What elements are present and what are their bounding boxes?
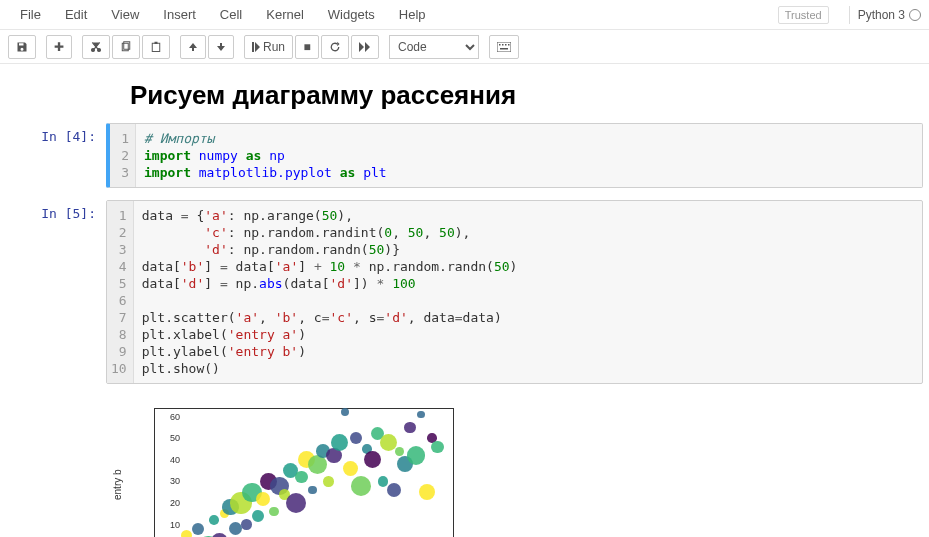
ytick-label: 60 [152, 412, 180, 422]
arrow-down-icon [216, 42, 226, 52]
toolbar: ✚ Run ■ Code [0, 30, 929, 64]
chart-point [286, 493, 307, 514]
save-icon [16, 41, 28, 53]
svg-rect-2 [152, 43, 160, 51]
chart-point [395, 447, 404, 456]
svg-rect-9 [500, 48, 508, 50]
menubar: File Edit View Insert Cell Kernel Widget… [0, 0, 929, 30]
code-content[interactable]: # Импорты import numpy as np import matp… [136, 124, 922, 187]
scatter-chart: entry b entry a -20-10010203040506001020… [106, 400, 486, 537]
input-prompt: In [4]: [6, 123, 106, 188]
menu-widgets[interactable]: Widgets [316, 3, 387, 26]
line-gutter: 1 2 3 [110, 124, 136, 187]
run-icon [252, 42, 260, 52]
run-button[interactable]: Run [244, 35, 293, 59]
chart-point [407, 446, 426, 465]
move-down-button[interactable] [208, 35, 234, 59]
kernel-status-icon [909, 9, 921, 21]
menu-cell[interactable]: Cell [208, 3, 254, 26]
output-prompt [6, 396, 106, 537]
copy-icon [120, 41, 132, 53]
code-cell-2[interactable]: In [5]: 1 2 3 4 5 6 7 8 9 10 data = {'a'… [0, 198, 929, 386]
paste-icon [150, 41, 162, 53]
menu-help[interactable]: Help [387, 3, 438, 26]
chart-point [295, 471, 308, 484]
ytick-label: 40 [152, 455, 180, 465]
menu-edit[interactable]: Edit [53, 3, 99, 26]
chart-point [192, 523, 204, 535]
stop-button[interactable]: ■ [295, 35, 319, 59]
svg-rect-3 [155, 41, 158, 43]
markdown-cell[interactable]: Рисуем диаграмму рассеяния [0, 76, 929, 121]
code-content[interactable]: data = {'a': np.arange(50), 'c': np.rand… [134, 201, 922, 383]
restart-button[interactable] [321, 35, 349, 59]
chart-point [351, 476, 371, 496]
chart-point [350, 432, 362, 444]
cut-icon [90, 41, 102, 53]
chart-point [241, 519, 251, 529]
menu-view[interactable]: View [99, 3, 151, 26]
chart-point [256, 492, 270, 506]
svg-rect-6 [502, 44, 504, 46]
svg-rect-7 [505, 44, 507, 46]
notebook-container: Рисуем диаграмму рассеяния In [4]: 1 2 3… [0, 64, 929, 537]
trusted-badge[interactable]: Trusted [778, 6, 829, 24]
code-cell-1[interactable]: In [4]: 1 2 3 # Импорты import numpy as … [0, 121, 929, 190]
svg-rect-8 [508, 44, 510, 46]
chart-point [431, 441, 444, 454]
input-prompt: In [5]: [6, 200, 106, 384]
kernel-name[interactable]: Python 3 [858, 8, 905, 22]
output-cell: entry b entry a -20-10010203040506001020… [0, 394, 929, 537]
line-gutter: 1 2 3 4 5 6 7 8 9 10 [107, 201, 134, 383]
ytick-label: 10 [152, 520, 180, 530]
chart-point [323, 476, 333, 486]
add-cell-button[interactable]: ✚ [46, 35, 72, 59]
code-input-area[interactable]: 1 2 3 4 5 6 7 8 9 10 data = {'a': np.ara… [106, 200, 923, 384]
menu-insert[interactable]: Insert [151, 3, 208, 26]
chart-point [343, 461, 358, 476]
keyboard-icon [497, 42, 511, 52]
chart-ylabel: entry b [112, 469, 123, 500]
code-input-area[interactable]: 1 2 3 # Импорты import numpy as np impor… [106, 123, 923, 188]
chart-point [308, 486, 317, 495]
restart-icon [329, 41, 341, 53]
menu-file[interactable]: File [8, 3, 53, 26]
svg-rect-4 [497, 42, 511, 52]
chart-point [181, 530, 192, 537]
restart-run-all-button[interactable] [351, 35, 379, 59]
cell-type-select[interactable]: Code [389, 35, 479, 59]
menu-kernel[interactable]: Kernel [254, 3, 316, 26]
command-palette-button[interactable] [489, 35, 519, 59]
copy-button[interactable] [112, 35, 140, 59]
chart-point [364, 451, 381, 468]
ytick-label: 30 [152, 476, 180, 486]
paste-button[interactable] [142, 35, 170, 59]
markdown-heading: Рисуем диаграмму рассеяния [130, 80, 929, 111]
ytick-label: 50 [152, 433, 180, 443]
move-up-button[interactable] [180, 35, 206, 59]
run-label: Run [263, 40, 285, 54]
cut-button[interactable] [82, 35, 110, 59]
chart-point [209, 515, 219, 525]
ytick-label: 20 [152, 498, 180, 508]
arrow-up-icon [188, 42, 198, 52]
svg-rect-5 [499, 44, 501, 46]
chart-point [252, 510, 264, 522]
chart-point [378, 476, 388, 486]
fast-forward-icon [359, 42, 371, 52]
save-button[interactable] [8, 35, 36, 59]
